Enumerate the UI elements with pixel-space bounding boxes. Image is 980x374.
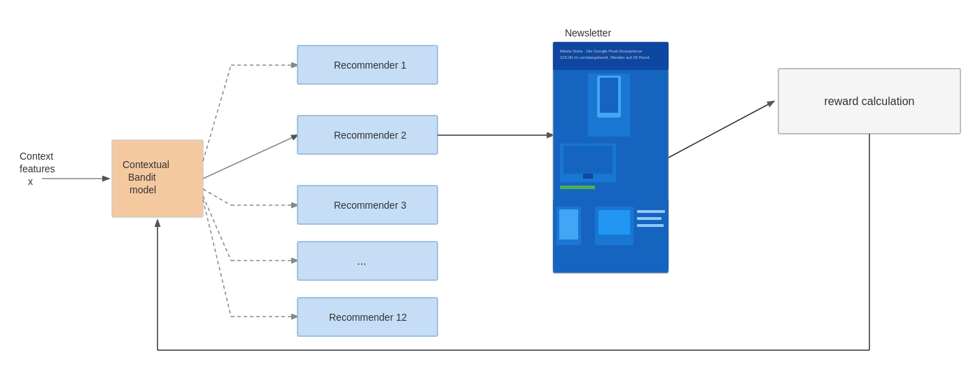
arrow-newsletter-to-reward — [668, 102, 774, 158]
diagram-svg: Context features x Contextual Bandit mod… — [0, 0, 980, 374]
newsletter-header-text1: Media Store - Die Google Pixel-Smartphon… — [560, 49, 643, 53]
context-label: Context — [20, 151, 53, 162]
green-text-line — [560, 186, 595, 189]
diagram-container: Context features x Contextual Bandit mod… — [0, 0, 980, 374]
rec3-label: Recommender 3 — [334, 200, 407, 211]
text-line1 — [637, 210, 665, 213]
dots-box — [298, 242, 438, 280]
arrow-bandit-to-rec12 — [203, 200, 231, 317]
bandit-label1: Contextual — [122, 159, 169, 170]
small-phone-screen — [559, 209, 578, 240]
rec12-label: Recommender 12 — [329, 312, 407, 323]
phone-screen — [600, 78, 618, 113]
monitor-stand — [583, 174, 593, 179]
arrow-bandit-to-rec1 — [203, 65, 231, 161]
newsletter-title: Newsletter — [565, 27, 611, 39]
bandit-model-box — [112, 140, 203, 217]
dots-label: ... — [357, 255, 366, 267]
newsletter-header-text2: 229,00 im vorübergehend. Werden auf 26 R… — [560, 55, 650, 60]
context-x-label: x — [28, 176, 33, 187]
small-img-screen — [598, 210, 630, 235]
bandit-label2: Bandit — [128, 172, 156, 183]
rec2-label: Recommender 2 — [334, 130, 407, 141]
context-label2: features — [20, 163, 55, 174]
rec1-label: Recommender 1 — [334, 60, 407, 71]
bandit-label3: model — [130, 184, 156, 195]
arrow-bandit-to-dots — [203, 196, 231, 261]
arrow-bandit-to-rec3 — [203, 189, 231, 205]
monitor-screen — [564, 146, 612, 174]
text-line3 — [637, 224, 664, 227]
arrow-bandit-to-rec2 — [203, 135, 298, 179]
reward-label: reward calculation — [825, 95, 915, 107]
text-line2 — [637, 217, 662, 220]
